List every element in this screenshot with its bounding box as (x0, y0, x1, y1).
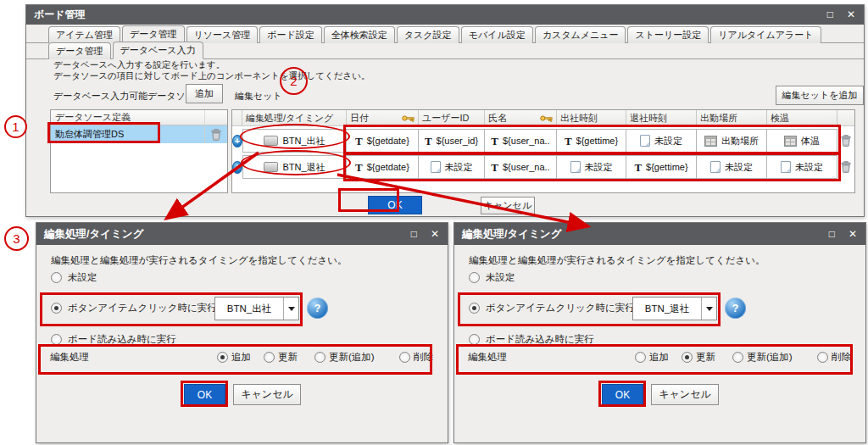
tab-resource-management[interactable]: リソース管理 (186, 26, 259, 43)
cell-date[interactable]: T${getdate} (346, 155, 419, 179)
radio-add-label: 追加 (649, 351, 669, 364)
radio-board-load[interactable] (469, 334, 480, 345)
radio-update-label: 更新 (696, 351, 715, 364)
tab-mobile-settings[interactable]: モバイル設定 (461, 26, 533, 43)
radio-update[interactable] (264, 352, 275, 363)
tab-item-management[interactable]: アイテム管理 (48, 26, 120, 43)
key-icon (402, 114, 415, 122)
tab-realtime-alert[interactable]: リアルタイムアラート (710, 26, 821, 43)
trash-icon[interactable] (837, 155, 854, 179)
header-name[interactable]: 氏名 (485, 110, 557, 126)
chevron-down-icon[interactable] (701, 298, 716, 320)
cell-user-id[interactable]: T${user_id} (418, 129, 485, 153)
subtab-database-input[interactable]: データベース入力 (113, 42, 203, 59)
cell-checkout-time[interactable]: 未設定 (626, 129, 697, 153)
header-edit-timing[interactable]: 編集処理/タイミング (242, 110, 347, 126)
maximize-icon[interactable]: □ (829, 223, 835, 245)
close-icon[interactable]: ✕ (431, 223, 439, 245)
trash-icon[interactable] (837, 129, 854, 153)
dropdown-value: BTN_退社 (633, 303, 701, 315)
table-row: + BTN_退社 T${getdate} 未設定 T${user_na.. 未設… (232, 155, 854, 179)
tab-custom-menu[interactable]: カスタムメニュー (535, 26, 626, 43)
cell-checkout-time[interactable]: T${gettime} (626, 155, 697, 179)
add-button[interactable]: 追加 (186, 84, 223, 103)
button-item-icon (264, 162, 278, 172)
header-user-id[interactable]: ユーザーID (419, 110, 485, 126)
radio-update-add[interactable] (732, 352, 743, 363)
ok-button[interactable]: OK (368, 196, 422, 214)
close-icon[interactable]: ✕ (849, 223, 857, 245)
main-tab-bar: アイテム管理 データ管理 リソース管理 ボード設定 全体検索設定 タスク設定 モ… (26, 26, 864, 43)
radio-unset[interactable] (469, 272, 480, 283)
tab-story-settings[interactable]: ストーリー設定 (627, 26, 709, 43)
tab-task-settings[interactable]: タスク設定 (397, 26, 459, 43)
edit-set-label: 編集セット (235, 90, 282, 103)
cancel-button[interactable]: キャンセル (481, 197, 535, 214)
subtab-data-management[interactable]: データ管理 (48, 42, 111, 59)
edit-timing-cell[interactable]: BTN_出社 (242, 129, 347, 153)
cell-checkin-time[interactable]: 未設定 (556, 155, 626, 179)
screenshot-stage: ボード管理 □ ✕ アイテム管理 データ管理 リソース管理 ボード設定 全体検索… (0, 0, 868, 445)
add-edit-set-button[interactable]: 編集セットを追加 (776, 86, 864, 105)
dialog-titlebar[interactable]: 編集処理/タイミング □ ✕ (36, 223, 448, 245)
radio-board-load[interactable] (51, 334, 62, 345)
radio-button-click[interactable] (51, 303, 62, 314)
description-line-2: データソースの項目に対してボード上のコンポーネントを選択してください。 (53, 70, 370, 82)
dialog-titlebar[interactable]: 編集処理/タイミング □ ✕ (454, 223, 865, 245)
datasource-list-panel: データソース定義 勤怠体調管理DS (50, 109, 228, 193)
cancel-button[interactable]: キャンセル (233, 384, 301, 405)
key-icon (540, 114, 553, 122)
tab-global-search-settings[interactable]: 全体検索設定 (324, 26, 395, 43)
expand-row-button[interactable]: + (232, 155, 242, 179)
close-icon[interactable]: ✕ (847, 5, 855, 25)
radio-add[interactable] (635, 352, 646, 363)
button-item-dropdown[interactable]: BTN_退社 (632, 297, 717, 320)
cell-user-id[interactable]: 未設定 (418, 155, 485, 179)
component-icon (784, 136, 797, 147)
header-date[interactable]: 日付 (347, 110, 419, 126)
radio-delete[interactable] (399, 352, 410, 363)
radio-button-click[interactable] (469, 303, 480, 314)
tab-board-settings[interactable]: ボード設定 (259, 26, 322, 43)
radio-update[interactable] (682, 352, 693, 363)
header-checkout-time[interactable]: 退社時刻 (626, 110, 697, 126)
cell-name[interactable]: T${user_na.. (484, 129, 557, 153)
header-temperature[interactable]: 検温 (767, 110, 837, 126)
cancel-button[interactable]: キャンセル (651, 384, 719, 405)
radio-update-add-label: 更新(追加) (747, 351, 793, 364)
radio-update-add-label: 更新(追加) (329, 351, 375, 364)
table-row: + BTN_出社 T${getdate} T${user_id} T${user… (232, 129, 854, 153)
cell-temperature[interactable]: 未設定 (766, 155, 837, 179)
cell-name[interactable]: T${user_na.. (484, 155, 557, 179)
window-titlebar[interactable]: ボード管理 □ ✕ (26, 5, 864, 25)
text-type-icon: T (355, 162, 363, 173)
ok-button[interactable]: OK (184, 384, 225, 405)
button-item-dropdown[interactable]: BTN_出社 (214, 297, 299, 320)
maximize-icon[interactable]: □ (827, 5, 833, 25)
radio-delete[interactable] (817, 352, 828, 363)
text-type-icon: T (565, 136, 572, 147)
help-icon[interactable]: ? (725, 298, 746, 319)
radio-unset-label: 未設定 (68, 271, 97, 284)
header-checkin-time[interactable]: 出社時刻 (557, 110, 626, 126)
tab-data-management[interactable]: データ管理 (122, 25, 185, 43)
trash-icon[interactable] (204, 125, 227, 143)
radio-update-add[interactable] (314, 352, 326, 363)
cell-checkin-place[interactable]: 出勤場所 (696, 129, 767, 153)
radio-add[interactable] (217, 352, 228, 363)
edit-timing-cell[interactable]: BTN_退社 (242, 155, 347, 179)
maximize-icon[interactable]: □ (411, 223, 417, 245)
expand-row-button[interactable]: + (232, 129, 242, 153)
dialog-title: 編集処理/タイミング (44, 228, 143, 240)
cell-checkin-time[interactable]: T${gettime} (556, 129, 626, 153)
cell-date[interactable]: T${getdate} (346, 129, 419, 153)
ok-button[interactable]: OK (602, 384, 643, 405)
radio-board-load-label: ボード読み込み時に実行 (68, 333, 176, 346)
radio-unset[interactable] (51, 272, 62, 283)
datasource-list-item[interactable]: 勤怠体調管理DS (51, 125, 227, 143)
help-icon[interactable]: ? (307, 298, 328, 319)
cell-temperature[interactable]: 体温 (766, 129, 837, 153)
cell-checkin-place[interactable]: 未設定 (696, 155, 767, 179)
header-checkin-place[interactable]: 出勤場所 (697, 110, 767, 126)
chevron-down-icon[interactable] (283, 298, 298, 320)
